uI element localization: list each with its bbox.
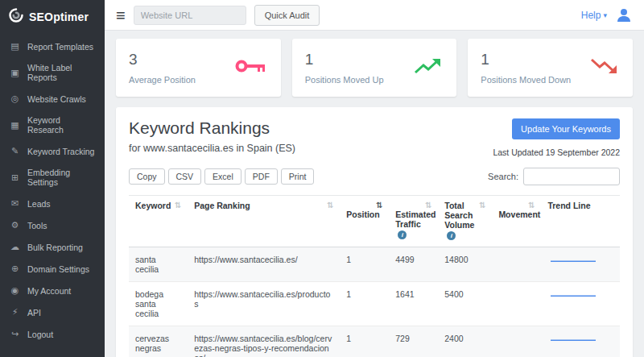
trend-down-icon bbox=[589, 56, 620, 79]
main-area: ≡ Quick Audit Help ▾ 3 Average Position bbox=[105, 0, 644, 357]
update-keywords-button[interactable]: Update Your Keywords bbox=[512, 118, 620, 139]
pdf-export-button[interactable]: PDF bbox=[245, 168, 278, 185]
sort-icon: ⇅ bbox=[528, 201, 535, 210]
column-label: Keyword bbox=[135, 201, 171, 210]
sidebar-item-website-crawls[interactable]: ◎Website Crawls bbox=[0, 88, 105, 110]
app-window: SEOptimer ▤Report Templates▣White Label … bbox=[0, 0, 644, 357]
sidebar-item-keyword-tracking[interactable]: ✎Keyword Tracking bbox=[0, 140, 105, 162]
table-toolbar: CopyCSVExcelPDFPrint Search: bbox=[129, 168, 620, 185]
trend-sparkline bbox=[547, 289, 599, 307]
website-url-input[interactable] bbox=[134, 6, 246, 25]
user-account-icon[interactable] bbox=[615, 6, 633, 24]
sort-icon: ⇅ bbox=[479, 201, 485, 210]
logo-text: SEOptimer bbox=[29, 10, 89, 23]
seoptimer-logo[interactable]: SEOptimer bbox=[0, 0, 105, 35]
stat-label: Average Position bbox=[129, 75, 196, 85]
csv-export-button[interactable]: CSV bbox=[168, 168, 202, 185]
keyword-cell: santa cecilia bbox=[129, 247, 188, 282]
sidebar-item-domain-settings[interactable]: ⊕Domain Settings bbox=[0, 258, 105, 280]
stat-value: 1 bbox=[305, 51, 384, 68]
print-export-button[interactable]: Print bbox=[281, 168, 315, 185]
table-row: bodega santa ceciliahttps://www.santacec… bbox=[129, 282, 620, 326]
table-search-input[interactable] bbox=[523, 168, 620, 185]
topbar: ≡ Quick Audit Help ▾ bbox=[105, 0, 644, 31]
sidebar-item-logout[interactable]: ↪Logout bbox=[0, 323, 105, 345]
estimated-traffic-cell: 4499 bbox=[389, 247, 438, 282]
table-body: santa ceciliahttps://www.santacecilia.es… bbox=[129, 247, 620, 357]
leads-icon: ✉ bbox=[10, 198, 20, 209]
hamburger-menu-icon[interactable]: ≡ bbox=[116, 7, 126, 23]
table-row: santa ceciliahttps://www.santacecilia.es… bbox=[129, 247, 620, 282]
help-label: Help bbox=[581, 10, 601, 21]
column-header-keyword[interactable]: ⇅Keyword bbox=[129, 196, 188, 247]
page-ranking-cell: https://www.santacecilia.es/blog/cerveza… bbox=[188, 326, 340, 357]
column-label: Estimated Traffic bbox=[395, 210, 436, 229]
sidebar-item-keyword-research[interactable]: ▦Keyword Research bbox=[0, 110, 105, 140]
my-account-icon: ◉ bbox=[10, 285, 20, 296]
estimated-traffic-cell: 729 bbox=[389, 326, 438, 357]
sidebar-item-label: My Account bbox=[27, 286, 71, 296]
copy-export-button[interactable]: Copy bbox=[129, 168, 165, 185]
sidebar-item-bulk-reporting[interactable]: ☁Bulk Reporting bbox=[0, 236, 105, 258]
keyword-research-icon: ▦ bbox=[10, 120, 20, 131]
sidebar-item-label: White Label Reports bbox=[27, 63, 95, 82]
stat-card-average-position: 3 Average Position bbox=[116, 39, 281, 97]
export-button-group: CopyCSVExcelPDFPrint bbox=[129, 168, 317, 185]
sidebar-item-label: Domain Settings bbox=[27, 264, 89, 274]
estimated-traffic-cell: 1641 bbox=[389, 282, 438, 326]
help-menu[interactable]: Help ▾ bbox=[581, 10, 607, 21]
sidebar-item-label: Bulk Reporting bbox=[27, 243, 83, 252]
stat-card-positions-moved-down: 1 Positions Moved Down bbox=[468, 39, 633, 97]
content-area: 3 Average Position 1 bbox=[105, 31, 644, 357]
position-cell: 1 bbox=[340, 326, 389, 357]
column-header-movement[interactable]: ⇅Movement bbox=[492, 196, 541, 247]
column-label: Position bbox=[346, 210, 379, 219]
sidebar-item-tools[interactable]: ⚙Tools bbox=[0, 214, 105, 236]
column-header-page-ranking[interactable]: ⇅Page Ranking bbox=[188, 196, 340, 247]
sidebar-item-label: Report Templates bbox=[27, 42, 93, 52]
search-wrap: Search: bbox=[488, 168, 620, 185]
movement-cell bbox=[492, 247, 541, 282]
logout-icon: ↪ bbox=[10, 329, 20, 339]
stat-value: 3 bbox=[129, 51, 196, 68]
embedding-settings-icon: ⊞ bbox=[10, 172, 20, 183]
sidebar-item-label: Leads bbox=[27, 199, 51, 209]
position-cell: 1 bbox=[340, 247, 389, 282]
table-row: cervezas negrashttps://www.santacecilia.… bbox=[129, 326, 620, 357]
excel-export-button[interactable]: Excel bbox=[204, 168, 242, 185]
sidebar-item-leads[interactable]: ✉Leads bbox=[0, 193, 105, 214]
keyword-cell: cervezas negras bbox=[129, 326, 188, 357]
position-cell: 1 bbox=[340, 282, 389, 326]
sidebar-item-label: API bbox=[27, 308, 41, 318]
panel-header: Keyword Rankings for www.santacecilia.es… bbox=[129, 118, 620, 157]
column-header-trend-line: Trend Line bbox=[541, 196, 620, 247]
last-updated-text: Last Updated 19 September 2022 bbox=[493, 147, 620, 157]
sort-icon: ⇅ bbox=[376, 201, 382, 210]
tools-icon: ⚙ bbox=[10, 220, 20, 230]
trend-sparkline bbox=[547, 255, 599, 272]
table-header-row: ⇅Keyword⇅Page Ranking⇅Position⇅Estimated… bbox=[129, 196, 620, 247]
column-header-estimated-traffic[interactable]: ⇅Estimated Traffici bbox=[389, 196, 438, 247]
keyword-rankings-panel: Keyword Rankings for www.santacecilia.es… bbox=[116, 107, 633, 357]
stat-label: Positions Moved Up bbox=[305, 75, 384, 85]
sidebar-item-my-account[interactable]: ◉My Account bbox=[0, 280, 105, 301]
quick-audit-button[interactable]: Quick Audit bbox=[254, 5, 320, 26]
column-header-position[interactable]: ⇅Position bbox=[340, 196, 389, 247]
page-subtitle: for www.santacecilia.es in Spain (ES) bbox=[129, 143, 295, 154]
trend-line-cell bbox=[541, 247, 620, 282]
sidebar-item-report-templates[interactable]: ▤Report Templates bbox=[0, 35, 105, 57]
stats-row: 3 Average Position 1 bbox=[116, 39, 633, 97]
sidebar-item-label: Logout bbox=[27, 330, 53, 339]
page-title: Keyword Rankings bbox=[129, 118, 295, 138]
info-icon[interactable]: i bbox=[398, 230, 407, 239]
sidebar-item-api[interactable]: ⚡API bbox=[0, 301, 105, 323]
search-label: Search: bbox=[488, 172, 518, 181]
sidebar-item-white-label-reports[interactable]: ▣White Label Reports bbox=[0, 57, 105, 88]
chevron-down-icon: ▾ bbox=[603, 11, 607, 19]
info-icon[interactable]: i bbox=[447, 231, 456, 240]
keyword-rankings-table: ⇅Keyword⇅Page Ranking⇅Position⇅Estimated… bbox=[129, 195, 620, 357]
sidebar-item-embedding-settings[interactable]: ⊞Embedding Settings bbox=[0, 162, 105, 193]
api-icon: ⚡ bbox=[10, 307, 20, 318]
column-header-total-search-volume[interactable]: ⇅Total Search Volumei bbox=[438, 196, 492, 247]
sidebar-item-label: Keyword Tracking bbox=[27, 147, 94, 156]
